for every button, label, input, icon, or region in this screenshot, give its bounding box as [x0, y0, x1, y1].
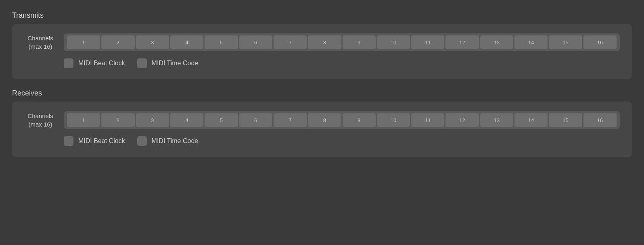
receives-channel-btn-7[interactable]: 7	[274, 113, 307, 127]
transmits-channels-label: Channels (max 16)	[24, 34, 56, 51]
transmits-midi-beat-clock-label: MIDI Beat Clock	[78, 60, 125, 67]
receives-channel-btn-9[interactable]: 9	[343, 113, 376, 127]
receives-midi-beat-clock-label: MIDI Beat Clock	[78, 137, 125, 145]
transmits-channel-btn-9[interactable]: 9	[343, 35, 376, 49]
transmits-channel-btn-3[interactable]: 3	[136, 35, 169, 49]
transmits-midi-time-code-label: MIDI Time Code	[152, 60, 199, 67]
transmits-channel-btn-4[interactable]: 4	[170, 35, 203, 49]
transmits-channels-row: Channels (max 16) 1234567891011121314151…	[24, 33, 620, 51]
receives-channel-buttons: 12345678910111213141516	[64, 111, 620, 129]
receives-channel-btn-8[interactable]: 8	[308, 113, 341, 127]
transmits-channel-btn-16[interactable]: 16	[583, 35, 617, 49]
transmits-channel-btn-7[interactable]: 7	[274, 35, 307, 49]
transmits-section: Transmits Channels (max 16) 123456789101…	[12, 11, 632, 79]
receives-channels-row: Channels (max 16) 1234567891011121314151…	[24, 111, 620, 129]
receives-channel-btn-1[interactable]: 1	[67, 113, 100, 127]
receives-midi-beat-clock-item: MIDI Beat Clock	[64, 136, 125, 146]
receives-midi-time-code-checkbox[interactable]	[137, 136, 147, 146]
transmits-channel-btn-12[interactable]: 12	[445, 35, 479, 49]
receives-channel-btn-4[interactable]: 4	[170, 113, 203, 127]
transmits-channel-btn-1[interactable]: 1	[67, 35, 100, 49]
transmits-channel-btn-5[interactable]: 5	[205, 35, 238, 49]
receives-checkboxes-row: MIDI Beat Clock MIDI Time Code	[64, 136, 620, 146]
receives-midi-time-code-item: MIDI Time Code	[137, 136, 199, 146]
receives-channel-btn-10[interactable]: 10	[377, 113, 410, 127]
receives-channel-btn-12[interactable]: 12	[445, 113, 479, 127]
receives-label: Receives	[12, 89, 632, 98]
transmits-channel-btn-15[interactable]: 15	[549, 35, 582, 49]
transmits-checkboxes-row: MIDI Beat Clock MIDI Time Code	[64, 58, 620, 68]
transmits-channel-btn-11[interactable]: 11	[411, 35, 444, 49]
transmits-channel-btn-6[interactable]: 6	[239, 35, 272, 49]
transmits-channel-btn-10[interactable]: 10	[377, 35, 410, 49]
transmits-channel-btn-13[interactable]: 13	[480, 35, 513, 49]
transmits-channel-btn-8[interactable]: 8	[308, 35, 341, 49]
receives-channel-btn-11[interactable]: 11	[411, 113, 444, 127]
receives-midi-beat-clock-checkbox[interactable]	[64, 136, 73, 146]
transmits-box: Channels (max 16) 1234567891011121314151…	[12, 24, 632, 79]
transmits-midi-beat-clock-checkbox[interactable]	[64, 58, 73, 68]
receives-channel-btn-16[interactable]: 16	[583, 113, 617, 127]
transmits-channel-btn-14[interactable]: 14	[514, 35, 548, 49]
receives-channel-btn-14[interactable]: 14	[514, 113, 548, 127]
receives-box: Channels (max 16) 1234567891011121314151…	[12, 102, 632, 157]
receives-section: Receives Channels (max 16) 1234567891011…	[12, 89, 632, 157]
receives-channels-label: Channels (max 16)	[24, 112, 56, 129]
receives-channel-btn-13[interactable]: 13	[480, 113, 513, 127]
transmits-label: Transmits	[12, 11, 632, 20]
receives-midi-time-code-label: MIDI Time Code	[152, 137, 199, 145]
transmits-midi-time-code-checkbox[interactable]	[137, 58, 147, 68]
receives-channel-btn-3[interactable]: 3	[136, 113, 169, 127]
receives-channel-btn-2[interactable]: 2	[101, 113, 134, 127]
transmits-channel-buttons: 12345678910111213141516	[64, 33, 620, 51]
transmits-midi-beat-clock-item: MIDI Beat Clock	[64, 58, 125, 68]
receives-channel-btn-5[interactable]: 5	[205, 113, 238, 127]
receives-channel-btn-15[interactable]: 15	[549, 113, 582, 127]
transmits-midi-time-code-item: MIDI Time Code	[137, 58, 199, 68]
receives-channel-btn-6[interactable]: 6	[239, 113, 272, 127]
transmits-channel-btn-2[interactable]: 2	[101, 35, 134, 49]
